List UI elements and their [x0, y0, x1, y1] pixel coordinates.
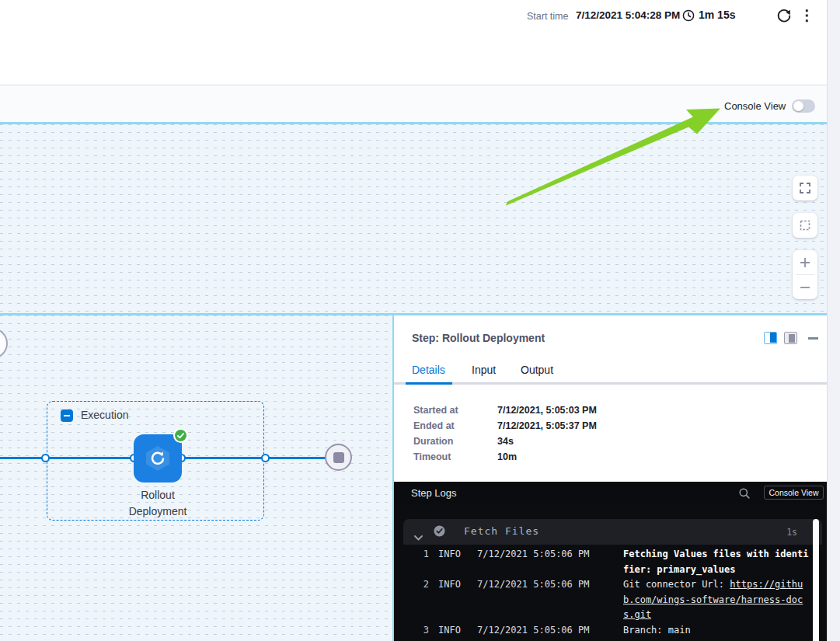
console-view-toggle[interactable]: [792, 99, 815, 113]
rollout-deployment-node[interactable]: [134, 434, 182, 482]
step-logs-bar: Step Logs Console View: [394, 482, 828, 504]
canvas-select-button[interactable]: [793, 213, 817, 238]
active-tab-indicator: [406, 382, 452, 385]
logs-console-view-button[interactable]: Console View: [764, 486, 824, 500]
execution-group-label: Execution: [81, 409, 128, 421]
section-success-icon: [434, 525, 445, 540]
tab-output[interactable]: Output: [521, 364, 553, 376]
detail-row: Ended at7/12/2021, 5:05:37 PM: [413, 420, 597, 431]
clock-icon: [682, 9, 695, 22]
log-line: 3 INFO 7/12/2021 5:05:06 PM Branch: main: [403, 623, 822, 639]
minimize-panel-button[interactable]: [808, 337, 818, 340]
start-time-label: Start time: [527, 11, 569, 22]
toggle-knob: [793, 101, 803, 111]
pipeline-execution-page: Start time 7/12/2021 5:04:28 PM 1m 15s ⋮…: [0, 0, 840, 641]
pipeline-end-node[interactable]: [325, 444, 352, 471]
search-logs-button[interactable]: [738, 487, 751, 500]
kebab-menu-button[interactable]: ⋮: [800, 5, 812, 26]
node-label-line1: Rollout: [99, 487, 216, 503]
detail-label: Duration: [413, 436, 497, 447]
detail-label: Ended at: [413, 420, 497, 431]
plus-icon: [799, 256, 811, 269]
chevron-down-icon[interactable]: [414, 529, 423, 544]
success-badge: [173, 428, 188, 443]
log-scrollbar-thumb[interactable]: [813, 519, 819, 641]
canvas-fullscreen-button[interactable]: [793, 176, 817, 200]
log-message: Branch: main: [623, 623, 810, 639]
collapse-group-button[interactable]: [61, 409, 73, 422]
log-section-fetch-files[interactable]: Fetch Files 1s: [403, 519, 822, 545]
log-rows: 1 INFO 7/12/2021 5:05:06 PM Fetching Val…: [403, 547, 822, 639]
stop-icon: [333, 452, 344, 463]
edge-port: [41, 454, 50, 462]
log-viewer: Fetch Files 1s 1 INFO 7/12/2021 5:05:06 …: [394, 504, 828, 641]
log-line: 1 INFO 7/12/2021 5:05:06 PM Fetching Val…: [403, 547, 822, 577]
page-scrollbar-track[interactable]: [827, 0, 840, 641]
log-level: INFO: [438, 547, 465, 563]
view-toolbar: [0, 86, 840, 122]
minus-icon: [799, 281, 811, 294]
refresh-button[interactable]: [776, 7, 793, 24]
split-fill: [770, 333, 776, 343]
edge-port: [261, 454, 270, 462]
canvas-zoom-group: [793, 250, 817, 299]
zoom-in-button[interactable]: [793, 250, 817, 274]
console-view-label: Console View: [724, 100, 786, 112]
log-line-number: 1: [403, 547, 429, 563]
tab-input[interactable]: Input: [472, 364, 496, 376]
tab-details[interactable]: Details: [412, 364, 445, 376]
check-icon: [177, 433, 184, 439]
detail-row: Duration34s: [413, 436, 514, 447]
panel-title: Step: Rollout Deployment: [412, 332, 545, 344]
log-message: Fetching Values files with identifier: p…: [623, 547, 810, 577]
node-label: Rollout Deployment: [99, 487, 216, 520]
detail-value: 7/12/2021, 5:05:37 PM: [497, 420, 597, 431]
detail-value: 7/12/2021, 5:05:03 PM: [497, 405, 597, 416]
log-timestamp: 7/12/2021 5:05:06 PM: [477, 623, 600, 639]
split-fill: [789, 334, 795, 343]
marquee-icon: [799, 219, 811, 232]
offscreen-node: [0, 328, 8, 359]
minus-icon: [64, 415, 70, 416]
split-view-gray-icon[interactable]: [784, 332, 797, 344]
detail-label: Timeout: [413, 451, 497, 462]
split-view-blue-icon[interactable]: [764, 332, 777, 344]
detail-value: 10m: [497, 451, 517, 462]
detail-row: Started at7/12/2021, 5:05:03 PM: [413, 405, 597, 416]
node-label-line2: Deployment: [99, 503, 216, 520]
top-header: Start time 7/12/2021 5:04:28 PM 1m 15s ⋮: [0, 0, 840, 85]
start-time-value: 7/12/2021 5:04:28 PM: [576, 9, 680, 21]
log-section-duration: 1s: [786, 527, 797, 538]
log-level: INFO: [438, 577, 465, 593]
log-message-prefix: Git connector Url:: [623, 579, 730, 590]
log-timestamp: 7/12/2021 5:05:06 PM: [477, 547, 600, 563]
log-line: 2 INFO 7/12/2021 5:05:06 PM Git connecto…: [403, 577, 822, 623]
log-section-name: Fetch Files: [464, 525, 539, 537]
stage-canvas[interactable]: [0, 124, 827, 313]
log-message: Git connector Url: https://github.com/wi…: [623, 577, 810, 623]
log-line-number: 3: [403, 623, 429, 639]
elapsed-duration: 1m 15s: [699, 9, 735, 21]
step-details-panel: Step: Rollout Deployment Details Input O…: [392, 315, 827, 641]
log-timestamp: 7/12/2021 5:05:06 PM: [477, 577, 600, 593]
execution-canvas[interactable]: Execution Rollout Deployment: [0, 315, 392, 641]
hexagon-shape: [144, 444, 172, 472]
detail-value: 34s: [497, 436, 514, 447]
log-level: INFO: [438, 623, 465, 639]
step-logs-title: Step Logs: [411, 487, 457, 499]
detail-row: Timeout10m: [413, 451, 517, 462]
detail-label: Started at: [413, 405, 497, 416]
zoom-out-button[interactable]: [793, 275, 817, 299]
fullscreen-icon: [799, 182, 811, 194]
tab-track: [394, 382, 828, 385]
search-icon: [738, 487, 751, 500]
log-line-number: 2: [403, 577, 429, 593]
